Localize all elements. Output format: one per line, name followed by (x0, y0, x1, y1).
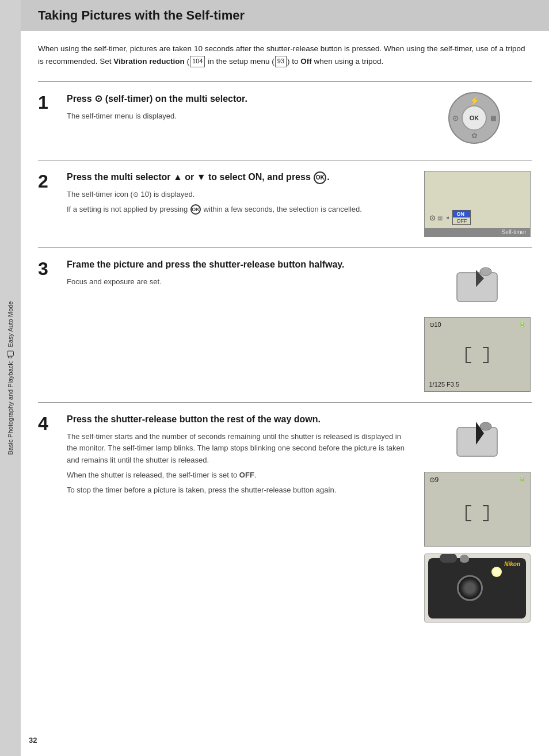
off-option: OFF (453, 217, 470, 224)
step-4: 4 Press the shutter-release button the r… (38, 402, 532, 633)
flash-light (491, 567, 502, 577)
nikon-logo: Nikon (504, 561, 520, 567)
step-2-right: ⊙ ▦ ◄ ON OFF Self-timer (422, 171, 532, 237)
macro-icon: ✿ (471, 131, 478, 140)
page-title: Taking Pictures with the Self-timer (38, 8, 532, 23)
step-1-number: 1 (38, 92, 55, 112)
ok-circle-icon2: OK (190, 204, 201, 215)
step-3-left: Frame the picture and press the shutter-… (67, 258, 411, 392)
camera-photo: Nikon (424, 553, 531, 623)
viewfinder-bottom-3: 1/125 F3.5 (429, 381, 525, 388)
flash-icon: ⚡ (470, 96, 479, 105)
step-4-left: Press the shutter-release button the res… (67, 413, 411, 623)
step-4-desc3: To stop the timer before a picture is ta… (67, 484, 411, 497)
desc2-text: When the shutter is released, the self-t… (67, 471, 239, 479)
step-3-desc: Focus and exposure are set. (67, 276, 411, 288)
battery-icon-4: 🔋 (518, 476, 525, 482)
viewfinder-top-4: ⊙9 🔋 (429, 476, 525, 484)
step-3-right: ⊙10 🔋 1/125 F3.5 (422, 258, 532, 392)
sidebar-label: Basic Photography and Playback: Easy Aut… (6, 301, 15, 455)
step-4-number: 4 (38, 413, 55, 433)
focus-bracket-box-4 (466, 505, 489, 521)
page-number: 32 (29, 736, 37, 744)
step-1-title: Press ⊙ (self-timer) on the multi select… (67, 92, 411, 106)
camera-lens (457, 575, 483, 601)
desc2c-text: . (254, 471, 257, 479)
focus-bracket-4 (429, 484, 525, 543)
step-3-number: 3 (38, 258, 55, 278)
step-4-title: Press the shutter-release button the res… (67, 413, 411, 426)
main-content: Taking Pictures with the Self-timer When… (21, 0, 549, 656)
focus-bracket-box (466, 347, 489, 363)
ref-104: 104 (190, 56, 205, 67)
camera-icon (7, 351, 14, 357)
off-bold: OFF (239, 471, 254, 479)
menu-row: ⊙ ▦ ◄ ON OFF (425, 207, 530, 228)
step-1-right: ⚡ OK ⊙ ▦ ✿ (422, 92, 532, 150)
timer-icon-3: ⊙10 (429, 321, 441, 329)
self-timer-icon-text: ⊙ (94, 93, 102, 104)
step-1: 1 Press ⊙ (self-timer) on the multi sele… (38, 81, 532, 160)
step-2-title: Press the multi selector ▲ or ▼ to selec… (67, 171, 411, 184)
intro-bold-vibration: Vibration reduction (113, 57, 185, 66)
on-option: ON (453, 211, 470, 217)
step-2: 2 Press the multi selector ▲ or ▼ to sel… (38, 160, 532, 247)
shutter-halfpress-diagram (454, 258, 500, 310)
step-3-row: Frame the picture and press the shutter-… (67, 258, 532, 392)
sidebar: Basic Photography and Playback: Easy Aut… (0, 0, 21, 756)
step-4-row: Press the shutter-release button the res… (67, 413, 532, 623)
battery-icon-3: 🔋 (518, 321, 525, 327)
step-2-number: 2 (38, 171, 55, 190)
bracket-bl-4 (467, 518, 471, 521)
shutter-speed: 1/125 F3.5 (429, 381, 460, 388)
step-1-left: Press ⊙ (self-timer) on the multi select… (67, 92, 411, 150)
scene-icon: ▦ (490, 114, 496, 122)
step-2-desc2: If a setting is not applied by pressing … (67, 204, 411, 216)
step-2-left: Press the multi selector ▲ or ▼ to selec… (67, 171, 411, 237)
bracket-br-4 (483, 518, 487, 521)
bracket-br (483, 360, 487, 363)
step-1-row: Press ⊙ (self-timer) on the multi select… (67, 92, 532, 150)
ok-circle-icon: OK (314, 171, 326, 184)
multi-selector-diagram: ⚡ OK ⊙ ▦ ✿ (448, 92, 506, 150)
self-timer-menu-screen: ⊙ ▦ ◄ ON OFF Self-timer (424, 171, 531, 237)
shutter-button (460, 555, 469, 563)
focus-bracket-3 (429, 329, 525, 381)
viewfinder-screen-4: ⊙9 🔋 (424, 472, 531, 547)
intro-text3: ) to (287, 57, 300, 66)
step-4-desc1: The self-timer starts and the number of … (67, 431, 411, 467)
step-3-title: Frame the picture and press the shutter-… (67, 258, 411, 271)
step-3: 3 Frame the picture and press the shutte… (38, 247, 532, 402)
svg-point-1 (480, 268, 491, 276)
step-2-row: Press the multi selector ▲ or ▼ to selec… (67, 171, 532, 237)
shutter-button-svg (454, 261, 500, 307)
mode-dial (440, 553, 457, 563)
intro-text2: in the setup menu ( (205, 57, 274, 66)
title-bar: Taking Pictures with the Self-timer (21, 0, 549, 31)
self-timer-menu-label: ⊙ ▦ ◄ (429, 213, 450, 222)
step-1-desc: The self-timer menu is displayed. (67, 110, 411, 123)
intro-text4: when using a tripod. (312, 57, 384, 66)
ref-93: 93 (275, 56, 287, 67)
screen-label-selftimer: Self-timer (425, 228, 530, 236)
viewfinder-top-3: ⊙10 🔋 (429, 321, 525, 329)
shutter-fullpress-diagram (454, 413, 500, 465)
camera-body: Nikon (428, 558, 526, 618)
ok-button: OK (462, 105, 487, 131)
bracket-bl (467, 360, 471, 363)
viewfinder-screen-3: ⊙10 🔋 1/125 F3.5 (424, 317, 531, 392)
sidebar-mode-label: Easy Auto Mode (7, 301, 14, 348)
timer-icon-4: ⊙9 (429, 476, 439, 484)
step-2-desc1: The self-timer icon (⊙ 10) is displayed. (67, 189, 411, 201)
sidebar-text-label: Basic Photography and Playback: (7, 360, 14, 455)
self-timer-sel-icon: ⊙ (452, 114, 459, 123)
multi-selector-wheel: ⚡ OK ⊙ ▦ ✿ (448, 92, 500, 144)
step-4-right: ⊙9 🔋 (422, 413, 532, 623)
intro-paragraph: When using the self-timer, pictures are … (38, 43, 532, 67)
step-4-desc2: When the shutter is released, the self-t… (67, 469, 411, 482)
svg-point-4 (480, 422, 491, 430)
on-off-toggle: ON OFF (452, 210, 471, 225)
shutter-fullpress-svg (454, 416, 500, 462)
intro-off-bold: Off (300, 57, 312, 66)
